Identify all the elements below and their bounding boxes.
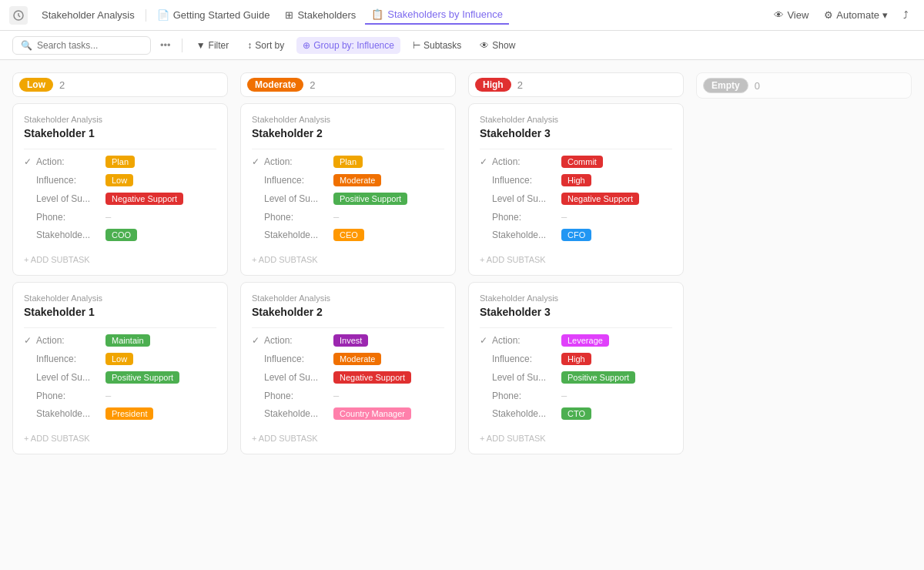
support-tag: Negative Support <box>333 371 411 384</box>
card-project: Stakeholder Analysis <box>480 115 672 124</box>
list-icon: 📋 <box>371 8 383 20</box>
influence-label: Influence: <box>492 354 561 364</box>
automate-button[interactable]: ⚙ Automate ▾ <box>818 6 894 24</box>
add-subtask-button[interactable]: + ADD SUBTASK <box>24 255 216 264</box>
nav-actions: 👁 View ⚙ Automate ▾ ⤴ <box>768 6 915 24</box>
view-label: View <box>787 9 808 21</box>
table-row[interactable]: Stakeholder Analysis Stakeholder 3 ✓ Act… <box>468 103 684 276</box>
column-header-high: High2 <box>468 72 684 97</box>
field-stakeholder: Stakeholde... COO <box>36 229 216 241</box>
card-title: Stakeholder 3 <box>480 127 672 139</box>
card-body: ✓ Action: Leverage Influence: High Level… <box>480 334 672 426</box>
phone-value: – <box>105 211 111 223</box>
badge-empty: Empty <box>703 78 748 93</box>
search-box[interactable]: 🔍 <box>12 36 151 55</box>
support-tag: Negative Support <box>105 193 183 205</box>
action-label: Action: <box>492 156 561 167</box>
field-phone: Phone: – <box>36 390 216 401</box>
sort-icon: ↕ <box>247 40 252 51</box>
filter-button[interactable]: ▼ Filter <box>190 37 236 54</box>
field-support: Level of Su... Positive Support <box>36 371 216 384</box>
subtasks-button[interactable]: ⊢ Subtasks <box>407 37 467 54</box>
support-tag: Negative Support <box>561 193 639 205</box>
phone-value: – <box>105 390 111 401</box>
group-button[interactable]: ⊕ Group by: Influence <box>296 37 400 54</box>
nav-sep-1 <box>146 9 146 22</box>
tab-stakeholders-label: Stakeholders <box>297 9 356 21</box>
add-subtask-button[interactable]: + ADD SUBTASK <box>252 255 444 264</box>
action-tag: Plan <box>333 156 363 168</box>
card-project: Stakeholder Analysis <box>252 293 444 303</box>
support-tag: Positive Support <box>561 371 635 384</box>
field-stakeholder: Stakeholde... CEO <box>264 229 444 241</box>
search-input[interactable] <box>37 40 129 51</box>
card-fields: Action: Plan Influence: Low Level of Su.… <box>36 156 216 247</box>
view-button[interactable]: 👁 View <box>768 6 815 24</box>
stakeholder-label: Stakeholde... <box>264 230 333 240</box>
table-row[interactable]: Stakeholder Analysis Stakeholder 3 ✓ Act… <box>468 282 684 454</box>
nav-title: Stakeholder Analysis <box>35 6 141 24</box>
field-phone: Phone: – <box>36 211 216 223</box>
influence-label: Influence: <box>36 354 105 364</box>
column-header-empty: Empty0 <box>696 72 912 99</box>
support-label: Level of Su... <box>36 372 105 383</box>
phone-value: – <box>561 211 567 223</box>
check-icon: ✓ <box>252 335 259 346</box>
influence-tag: High <box>561 174 591 186</box>
automate-icon: ⚙ <box>824 9 833 21</box>
tab-stakeholders[interactable]: ⊞ Stakeholders <box>279 6 362 24</box>
influence-tag: Low <box>105 174 133 186</box>
tab-getting-started[interactable]: 📄 Getting Started Guide <box>151 6 276 24</box>
field-support: Level of Su... Negative Support <box>264 371 444 384</box>
stakeholder-tag: COO <box>105 229 137 241</box>
card-title: Stakeholder 2 <box>252 127 444 139</box>
phone-value: – <box>333 390 339 401</box>
field-action: Action: Plan <box>36 156 216 168</box>
card-body: ✓ Action: Maintain Influence: Low Level … <box>24 334 216 426</box>
add-subtask-button[interactable]: + ADD SUBTASK <box>252 434 444 443</box>
table-row[interactable]: Stakeholder Analysis Stakeholder 1 ✓ Act… <box>12 103 228 276</box>
show-button[interactable]: 👁 Show <box>474 37 521 54</box>
card-fields: Action: Invest Influence: Moderate Level… <box>264 334 444 426</box>
check-icon: ✓ <box>252 156 259 167</box>
field-action: Action: Leverage <box>492 334 672 347</box>
phone-label: Phone: <box>36 391 105 401</box>
support-tag: Positive Support <box>333 193 407 205</box>
field-phone: Phone: – <box>264 211 444 223</box>
chevron-down-icon: ▾ <box>882 9 888 21</box>
field-action: Action: Plan <box>264 156 444 168</box>
filter-label: Filter <box>209 40 229 51</box>
check-icon: ✓ <box>480 156 487 167</box>
share-button[interactable]: ⤴ <box>897 6 915 24</box>
action-label: Action: <box>36 156 105 167</box>
view-icon: 👁 <box>774 9 784 21</box>
add-subtask-button[interactable]: + ADD SUBTASK <box>480 434 672 443</box>
subtasks-icon: ⊢ <box>413 40 420 51</box>
stakeholder-label: Stakeholde... <box>36 408 105 419</box>
field-action: Action: Commit <box>492 156 672 168</box>
field-influence: Influence: Moderate <box>264 353 444 365</box>
board: Low2 Stakeholder Analysis Stakeholder 1 … <box>0 60 924 570</box>
table-row[interactable]: Stakeholder Analysis Stakeholder 2 ✓ Act… <box>240 103 456 276</box>
support-tag: Positive Support <box>105 371 179 384</box>
check-icon: ✓ <box>24 156 32 167</box>
table-row[interactable]: Stakeholder Analysis Stakeholder 1 ✓ Act… <box>12 282 228 454</box>
card-fields: Action: Leverage Influence: High Level o… <box>492 334 672 426</box>
add-subtask-button[interactable]: + ADD SUBTASK <box>480 255 672 264</box>
influence-tag: Low <box>105 353 133 365</box>
column-header-moderate: Moderate2 <box>240 72 456 97</box>
check-icon: ✓ <box>480 335 487 346</box>
badge-high: High <box>475 78 511 92</box>
more-icon[interactable]: ••• <box>157 36 174 54</box>
subtasks-label: Subtasks <box>424 40 461 51</box>
support-label: Level of Su... <box>264 193 333 204</box>
phone-label: Phone: <box>492 391 561 401</box>
sort-button[interactable]: ↕ Sort by <box>241 37 290 54</box>
table-row[interactable]: Stakeholder Analysis Stakeholder 2 ✓ Act… <box>240 282 456 454</box>
card-fields: Action: Maintain Influence: Low Level of… <box>36 334 216 426</box>
stakeholder-label: Stakeholde... <box>36 230 105 240</box>
add-subtask-button[interactable]: + ADD SUBTASK <box>24 434 216 443</box>
tab-stakeholders-by-influence[interactable]: 📋 Stakeholders by Influence <box>365 5 509 25</box>
card-body: ✓ Action: Plan Influence: Moderate Level… <box>252 156 444 247</box>
influence-label: Influence: <box>264 354 333 364</box>
